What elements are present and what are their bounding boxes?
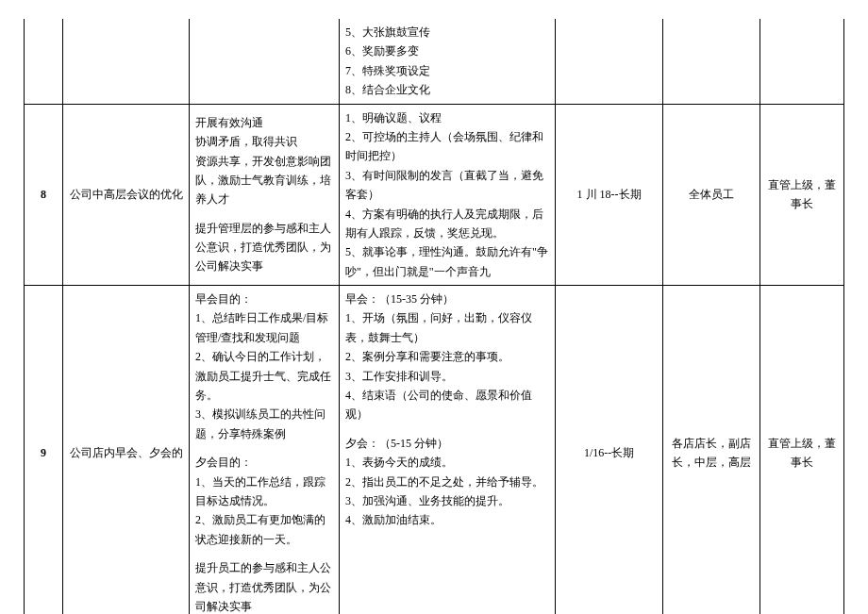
cell-time: 1/16--长期 xyxy=(556,286,663,614)
section-title: 早会：（15-35 分钟） xyxy=(345,290,549,308)
detail-line: 1、明确议题、议程 xyxy=(345,108,549,127)
cell-num: 9 xyxy=(25,286,63,614)
cell-time: 1 川 18--长期 xyxy=(556,104,663,286)
detail-line: 7、特殊奖项设定 xyxy=(345,61,549,80)
detail-line: 3、加强沟通、业务技能的提升。 xyxy=(345,491,549,510)
objective-line: 2、确认今日的工作计划，激励员工提升士气、完成任务。 xyxy=(195,347,333,405)
detail-line: 4、方案有明确的执行人及完成期限，后期有人跟踪，反馈，奖惩兑现。 xyxy=(345,205,549,243)
objective-line: 2、激励员工有更加饱满的状态迎接新的一天。 xyxy=(195,510,333,549)
detail-line: 1、开场（氛围，问好，出勤，仪容仪表，鼓舞士气） xyxy=(345,308,549,347)
detail-line: 4、结束语（公司的使命、愿景和价值观） xyxy=(345,386,549,424)
detail-line: 5、就事论事，理性沟通。鼓励允许有"争吵"，但出门就是"一个声音九 xyxy=(345,242,549,281)
section-title: 早会目的： xyxy=(195,290,333,308)
objective-line: 3、模拟训练员工的共性问题，分享特殊案例 xyxy=(195,405,333,443)
cell-responsible xyxy=(662,19,760,104)
cell-num: 8 xyxy=(25,104,63,286)
detail-line: 3、有时间限制的发言（直截了当，避免客套） xyxy=(345,166,549,205)
cell-responsible: 各店店长，副店长，中层，高层 xyxy=(662,286,760,614)
objective-line: 资源共享，开发创意影响团队，激励士气教育训练，培养人才 xyxy=(195,152,333,209)
table-row: 8 公司中高层会议的优化 开展有效沟通 协调矛盾，取得共识 资源共享，开发创意影… xyxy=(25,104,844,286)
spacer xyxy=(195,209,333,219)
detail-line: 3、工作安排和训导。 xyxy=(345,367,549,386)
detail-line: 5、大张旗鼓宣传 xyxy=(345,23,549,41)
cell-topic: 公司中高层会议的优化 xyxy=(63,104,190,286)
cell-supervisor: 直管上级，董事长 xyxy=(760,104,844,286)
spacer xyxy=(195,443,333,453)
plan-table: 5、大张旗鼓宣传 6、奖励要多变 7、特殊奖项设定 8、结合企业文化 8 公司中… xyxy=(24,19,844,614)
table-row: 5、大张旗鼓宣传 6、奖励要多变 7、特殊奖项设定 8、结合企业文化 xyxy=(25,19,844,104)
objective-line: 协调矛盾，取得共识 xyxy=(195,132,333,151)
objective-footer: 提升员工的参与感和主人公意识，打造优秀团队，为公司解决实事 xyxy=(195,558,333,614)
detail-line: 1、表扬今天的成绩。 xyxy=(345,453,549,472)
cell-detail: 1、明确议题、议程 2、可控场的主持人（会场氛围、纪律和时间把控） 3、有时间限… xyxy=(339,104,555,286)
detail-line: 2、可控场的主持人（会场氛围、纪律和时间把控） xyxy=(345,127,549,166)
cell-supervisor xyxy=(760,19,844,104)
objective-line: 1、总结昨日工作成果/目标管理/查找和发现问题 xyxy=(195,308,333,347)
objective-line: 提升管理层的参与感和主人公意识，打造优秀团队，为公司解决实事 xyxy=(195,219,333,276)
table-row: 9 公司店内早会、夕会的 早会目的： 1、总结昨日工作成果/目标管理/查找和发现… xyxy=(25,286,844,614)
objective-line: 1、当天的工作总结，跟踪目标达成情况。 xyxy=(195,473,333,511)
spacer xyxy=(195,549,333,558)
detail-line: 2、指出员工的不足之处，并给予辅导。 xyxy=(345,473,549,491)
cell-responsible: 全体员工 xyxy=(662,104,760,286)
cell-detail: 早会：（15-35 分钟） 1、开场（氛围，问好，出勤，仪容仪表，鼓舞士气） 2… xyxy=(339,286,555,614)
cell-time xyxy=(556,19,663,104)
detail-line: 4、激励加油结束。 xyxy=(345,510,549,529)
detail-line: 2、案例分享和需要注意的事项。 xyxy=(345,347,549,366)
section-title: 夕会：（5-15 分钟） xyxy=(345,434,549,453)
cell-objective xyxy=(190,19,340,104)
cell-objective: 开展有效沟通 协调矛盾，取得共识 资源共享，开发创意影响团队，激励士气教育训练，… xyxy=(190,104,340,286)
cell-topic: 公司店内早会、夕会的 xyxy=(63,286,190,614)
cell-num xyxy=(25,19,63,104)
cell-detail: 5、大张旗鼓宣传 6、奖励要多变 7、特殊奖项设定 8、结合企业文化 xyxy=(339,19,555,104)
spacer xyxy=(345,424,549,434)
cell-objective: 早会目的： 1、总结昨日工作成果/目标管理/查找和发现问题 2、确认今日的工作计… xyxy=(190,286,340,614)
detail-line: 8、结合企业文化 xyxy=(345,80,549,99)
cell-topic xyxy=(63,19,190,104)
objective-line: 开展有效沟通 xyxy=(195,113,333,132)
section-title: 夕会目的： xyxy=(195,453,333,472)
cell-supervisor: 直管上级，董事长 xyxy=(760,286,844,614)
detail-line: 6、奖励要多变 xyxy=(345,41,549,60)
